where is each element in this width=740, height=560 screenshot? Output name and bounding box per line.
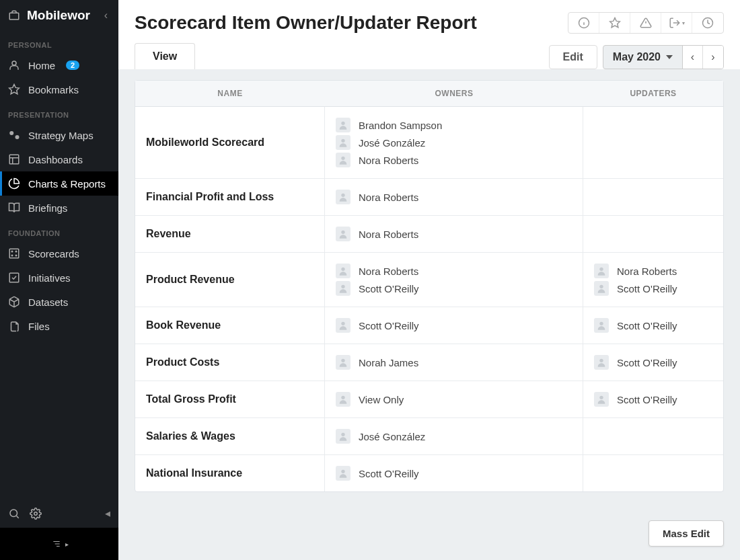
svg-point-23 — [341, 285, 344, 288]
sidebar-footer: ◂ — [0, 499, 118, 528]
nav-label: Scorecards — [28, 248, 79, 259]
sidebar-section-label: PRESENTATION — [0, 102, 118, 123]
svg-rect-0 — [9, 13, 19, 19]
sidebar-header: Mobilewor ‹ — [0, 0, 118, 32]
table-row: Financial Profit and LossNora Roberts — [135, 179, 723, 216]
person: Brandon Sampson — [336, 116, 572, 134]
svg-point-1 — [12, 61, 16, 65]
cell-name: Financial Profit and Loss — [135, 179, 325, 215]
menu-icon[interactable]: ▸ — [50, 539, 69, 549]
svg-point-21 — [341, 231, 344, 234]
nav-item-initiatives[interactable]: Initiatives — [0, 266, 118, 290]
tab-view[interactable]: View — [135, 43, 195, 69]
cell-updaters — [583, 418, 723, 454]
person: Scott O'Reilly — [594, 280, 712, 297]
collapse-sidebar-button[interactable]: ‹ — [102, 7, 110, 24]
period-selector: May 2020 ‹ › — [603, 45, 724, 69]
cell-owners: View Only — [325, 381, 583, 417]
content-area: NAME OWNERS UPDATERS Mobileworld Scoreca… — [118, 69, 740, 560]
avatar-icon — [594, 392, 609, 407]
cell-owners: Scott O'Reilly — [325, 307, 583, 344]
person-name: José González — [359, 137, 425, 149]
svg-rect-6 — [9, 249, 19, 258]
app-name: Mobilewor — [27, 8, 90, 23]
sidebar: Mobilewor ‹ PERSONALHome2BookmarksPRESEN… — [0, 0, 118, 560]
export-icon[interactable]: ▾ — [661, 13, 692, 33]
table-row: Salaries & WagesJosé González — [135, 418, 723, 455]
avatar-icon — [594, 318, 609, 333]
svg-point-27 — [599, 322, 603, 325]
sidebar-bottom-bar: ▸ — [0, 528, 118, 560]
nav-item-charts-reports[interactable]: Charts & Reports — [0, 171, 118, 196]
briefcase-icon — [8, 9, 20, 22]
period-prev-button[interactable]: ‹ — [683, 46, 703, 69]
nav-item-strategy-maps[interactable]: Strategy Maps — [0, 123, 118, 147]
avatar-icon — [594, 281, 609, 296]
nav-item-home[interactable]: Home2 — [0, 53, 118, 77]
cell-name: Book Revenue — [135, 307, 325, 344]
cell-owners: Nora RobertsScott O'Reilly — [325, 253, 583, 307]
avatar-icon — [336, 466, 350, 481]
user-icon — [8, 59, 20, 71]
edit-button[interactable]: Edit — [549, 45, 597, 69]
nav-label: Dashboards — [28, 154, 83, 165]
period-next-button[interactable]: › — [703, 46, 723, 69]
nav-item-files[interactable]: Files — [0, 314, 118, 338]
person-name: Nora Roberts — [359, 155, 418, 166]
check-icon — [8, 272, 20, 284]
nav-label: Briefings — [28, 202, 67, 214]
table-header: NAME OWNERS UPDATERS — [135, 81, 723, 107]
nav-label: Files — [28, 321, 50, 332]
table-row: Book RevenueScott O'ReillyScott O'Reilly — [135, 307, 723, 344]
person: Scott O'Reilly — [594, 354, 712, 371]
cell-name: Mobileworld Scorecard — [135, 107, 325, 178]
nav-item-briefings[interactable]: Briefings — [0, 196, 118, 220]
svg-point-10 — [15, 255, 17, 256]
svg-point-19 — [341, 157, 344, 160]
cell-updaters: Scott O'Reilly — [583, 307, 723, 344]
person: José González — [336, 428, 572, 445]
star-icon[interactable] — [599, 13, 630, 33]
svg-point-26 — [341, 322, 344, 325]
person-name: Scott O'Reilly — [617, 283, 677, 294]
svg-point-4 — [15, 135, 20, 139]
gear-icon[interactable] — [30, 508, 42, 520]
avatar-icon — [336, 264, 350, 278]
alert-icon[interactable] — [630, 13, 661, 33]
cell-updaters: Scott O'Reilly — [583, 381, 723, 417]
nav-item-bookmarks[interactable]: Bookmarks — [0, 77, 118, 102]
search-icon[interactable] — [8, 508, 20, 520]
star-icon — [8, 83, 20, 95]
nav-item-scorecards[interactable]: Scorecards — [0, 241, 118, 266]
svg-point-25 — [599, 285, 603, 288]
cell-updaters — [583, 216, 723, 252]
info-icon[interactable] — [568, 13, 599, 33]
person-name: Brandon Sampson — [359, 120, 442, 131]
page-header: Scorecard Item Owner/Updater Report ▾ — [118, 0, 740, 34]
avatar-icon — [336, 118, 350, 132]
svg-marker-2 — [9, 85, 20, 94]
svg-point-33 — [341, 470, 344, 473]
chevron-down-icon — [666, 55, 673, 59]
person-name: Scott O'Reilly — [617, 320, 677, 331]
svg-point-17 — [341, 122, 344, 125]
period-label: May 2020 — [613, 51, 661, 63]
nav-item-dashboards[interactable]: Dashboards — [0, 147, 118, 171]
caret-left-icon[interactable]: ◂ — [105, 507, 110, 520]
app-logo[interactable]: Mobilewor — [8, 8, 102, 23]
report-table: NAME OWNERS UPDATERS Mobileworld Scoreca… — [135, 80, 724, 492]
cell-updaters: Scott O'Reilly — [583, 344, 723, 381]
map-icon — [8, 129, 20, 141]
clock-icon[interactable] — [692, 13, 723, 33]
svg-point-20 — [341, 194, 344, 197]
cell-updaters — [583, 179, 723, 215]
period-dropdown[interactable]: May 2020 — [603, 46, 683, 69]
svg-point-12 — [10, 510, 17, 517]
mass-edit-button[interactable]: Mass Edit — [649, 520, 724, 547]
table-row: Product RevenueNora RobertsScott O'Reill… — [135, 253, 723, 307]
nav-item-datasets[interactable]: Datasets — [0, 290, 118, 314]
person-name: Scott O'Reilly — [617, 394, 677, 405]
page-title: Scorecard Item Owner/Updater Report — [135, 12, 560, 34]
sidebar-section-label: PERSONAL — [0, 32, 118, 53]
cell-name: Product Costs — [135, 344, 325, 381]
